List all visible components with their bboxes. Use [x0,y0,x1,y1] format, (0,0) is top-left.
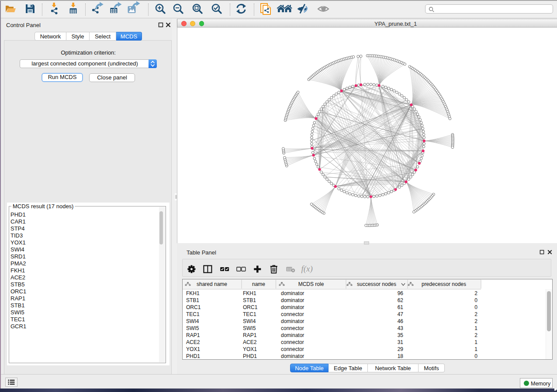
svg-text:name: name [252,281,265,287]
svg-text:f(x): f(x) [301,264,313,274]
svg-text:MCDS role: MCDS role [298,281,324,287]
svg-text:successor nodes: successor nodes [357,281,396,287]
svg-text:predecessor nodes: predecessor nodes [422,281,466,287]
svg-text:shared name: shared name [197,281,227,287]
